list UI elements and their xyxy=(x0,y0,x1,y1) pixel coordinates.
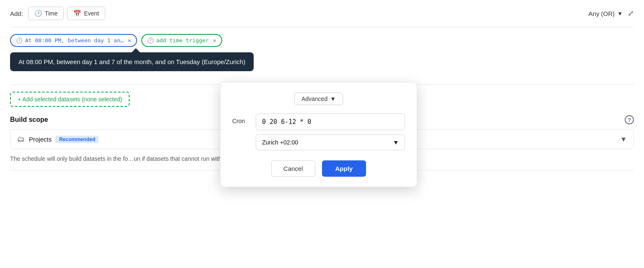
apply-button[interactable]: Apply xyxy=(322,160,366,177)
recommended-badge: Recommended xyxy=(56,136,99,143)
timezone-dropdown[interactable]: Zurich +02:00 ▼ xyxy=(256,134,405,150)
modal-actions: Cancel Apply xyxy=(232,160,405,177)
timezone-chevron-icon: ▼ xyxy=(393,139,399,146)
main-container: Add: 🕐 Time 📅 Event Any (OR) ▼ ⤢ 🕐 At 08… xyxy=(0,0,644,268)
any-or-dropdown[interactable]: Any (OR) ▼ xyxy=(589,10,623,17)
triggers-row: 🕐 At 08:00 PM, between day 1 an… ✕ 🕐 add… xyxy=(10,34,634,47)
add-time-button[interactable]: 🕐 Time xyxy=(28,7,64,20)
any-or-label: Any (OR) xyxy=(589,10,615,17)
time-button-label: Time xyxy=(45,10,58,17)
chevron-down-icon: ▼ xyxy=(617,10,623,17)
cron-input[interactable] xyxy=(256,113,405,130)
add-event-button[interactable]: 📅 Event xyxy=(67,7,105,20)
top-bar: Add: 🕐 Time 📅 Event Any (OR) ▼ ⤢ xyxy=(10,7,634,20)
tooltip-box: At 08:00 PM, between day 1 and 7 of the … xyxy=(10,52,254,71)
tooltip-arrow xyxy=(132,48,140,52)
advanced-dropdown-button[interactable]: Advanced ▼ xyxy=(294,93,343,105)
timezone-value: Zurich +02:00 xyxy=(262,139,298,146)
cron-section: Cron Zurich +02:00 ▼ xyxy=(232,113,405,150)
help-icon[interactable]: ? xyxy=(625,115,634,124)
build-scope-title: Build scope xyxy=(10,116,48,124)
modal-advanced-row: Advanced ▼ xyxy=(232,93,405,105)
calendar-icon: 📅 xyxy=(73,10,81,17)
tooltip-text: At 08:00 PM, between day 1 and 7 of the … xyxy=(18,58,245,65)
top-right: Any (OR) ▼ ⤢ xyxy=(589,9,634,18)
cron-modal: Advanced ▼ Cron Zurich +02:00 ▼ Can xyxy=(220,82,417,187)
trigger-clock-green-icon: 🕐 xyxy=(147,37,154,44)
trigger-pill-1-text: At 08:00 PM, between day 1 an… xyxy=(25,37,124,44)
advanced-chevron-icon: ▼ xyxy=(330,95,336,102)
add-datasets-label: + Add selected datasets (none selected) xyxy=(18,96,122,103)
trigger-pill-1[interactable]: 🕐 At 08:00 PM, between day 1 an… ✕ xyxy=(10,34,137,47)
add-label: Add: xyxy=(10,10,23,17)
trigger-clock-icon: 🕐 xyxy=(16,37,23,44)
trigger-pill-2-close[interactable]: ✕ xyxy=(213,37,216,44)
cancel-label: Cancel xyxy=(283,165,303,172)
add-section: Add: 🕐 Time 📅 Event xyxy=(10,7,105,20)
trigger-pill-2-text: add time trigger xyxy=(156,37,209,44)
event-button-label: Event xyxy=(84,10,99,17)
clock-icon: 🕐 xyxy=(34,10,42,17)
projects-chevron-icon: ▼ xyxy=(620,136,627,143)
cancel-button[interactable]: Cancel xyxy=(271,160,315,177)
projects-label: Projects xyxy=(29,136,52,143)
trigger-pill-1-close[interactable]: ✕ xyxy=(128,37,131,44)
apply-label: Apply xyxy=(335,165,353,172)
cron-label: Cron xyxy=(232,113,249,124)
cron-inputs: Zurich +02:00 ▼ xyxy=(256,113,405,150)
top-divider xyxy=(10,27,634,27)
add-datasets-button[interactable]: + Add selected datasets (none selected) xyxy=(10,92,130,107)
trigger-pill-2[interactable]: 🕐 add time trigger ✕ xyxy=(141,34,222,47)
expand-icon[interactable]: ⤢ xyxy=(628,9,634,18)
advanced-label: Advanced xyxy=(301,95,327,102)
projects-icon: 🗂 xyxy=(17,135,25,144)
